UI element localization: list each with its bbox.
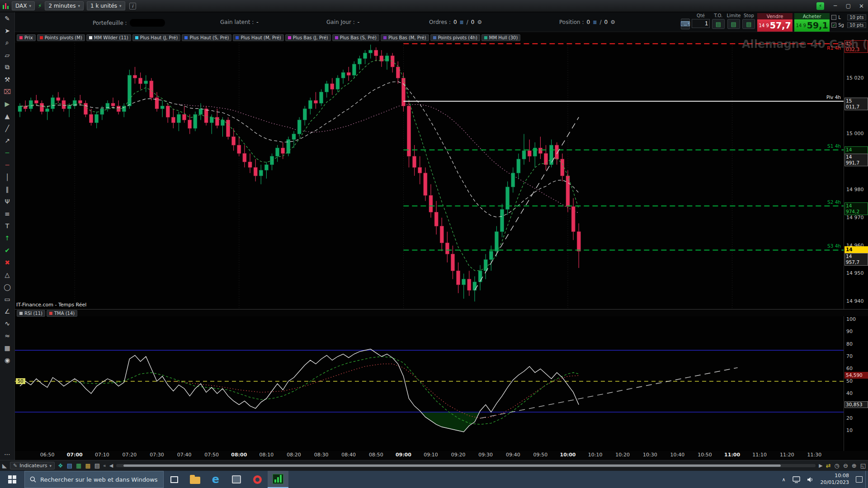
taskbar-app-opera[interactable] [247,471,268,488]
timeframe-selector[interactable]: 2 minutes▾ [45,1,84,10]
info-icon[interactable]: i [129,3,136,9]
legend-chip[interactable]: Plus Bas (J, Pré) [285,34,331,41]
legend-chip[interactable]: Points pivots (4h) [430,34,480,41]
instrument-selector[interactable]: DAX▾ [12,1,35,10]
vline-tool[interactable]: │ [0,171,15,183]
rsi-axis[interactable]: 100908070605040201054,59030,853 [844,316,868,451]
l-pts-value[interactable]: 10 pts [847,14,866,20]
volume-icon[interactable] [807,477,814,483]
network-icon[interactable] [793,476,800,483]
ellipse-tool[interactable]: ◯ [0,281,15,293]
auto-shift-icon[interactable]: ⇄ [826,462,831,469]
taskbar-clock[interactable]: 10:08 20/01/2023 [821,473,849,486]
taskbar-app-explorer[interactable] [184,471,205,488]
hline-red-tool[interactable]: ─ [0,159,15,171]
triangle-tool[interactable]: △ [0,268,15,281]
spray-tool[interactable]: ▲ [0,110,15,122]
alert-tool[interactable]: ▶ [0,98,15,110]
scroll-right-button[interactable]: ▶ [819,463,822,469]
chart-corner-icon[interactable]: ◣ [2,462,7,469]
print-icon[interactable]: ▤ [94,462,100,469]
table-green-icon[interactable]: ▦ [76,462,81,469]
show-desktop-button[interactable] [865,471,868,488]
channel-tool[interactable]: ∥ [0,183,15,195]
legend-chip[interactable]: Plus Bas (M, Pré) [381,34,429,41]
eraser-tool[interactable]: ▱ [0,49,15,61]
main-chart[interactable]: IT-Finance.com - Temps Réel R1 4hPiv 4hS… [15,43,844,309]
taskbar-app-trading[interactable] [268,471,288,488]
tray-expand-icon[interactable]: ∧ [782,477,786,483]
close-button[interactable]: ✕ [855,0,868,12]
curve-tool[interactable]: ∿ [0,317,15,329]
ray-tool[interactable]: ↗ [0,134,15,146]
maximize-button[interactable]: ▢ [842,0,855,12]
cursor-tool[interactable]: ➤ [0,24,15,37]
text-tool[interactable]: T [0,220,15,232]
legend-chip[interactable]: Plus Haut (J, Pré) [132,34,181,41]
acheter-button[interactable]: 14 9 59,1 [794,19,830,32]
l-checkbox[interactable] [831,15,836,20]
zoom-in-icon[interactable]: ⊕ [852,462,857,469]
legend-chip[interactable]: Plus Bas (S, Pré) [332,34,379,41]
orders-list-icon[interactable]: ≣ [460,19,464,25]
share-icon[interactable]: ❖ [58,462,63,469]
qty-input[interactable] [692,19,710,28]
orders-settings-icon[interactable]: ⚙ [477,19,482,25]
to-order-button[interactable]: ▤ [712,19,725,29]
price-axis[interactable]: 15 03015 02015 01015 00014 99014 98014 9… [844,43,868,309]
zoom-out-icon[interactable]: ⊖ [843,462,848,469]
scroll-left-button[interactable]: ◀ [109,463,113,469]
action-center-icon[interactable] [856,476,863,483]
more-tools[interactable]: ⋯ [0,448,15,460]
collapse-panel-icon[interactable]: « [103,463,106,469]
legend-chip[interactable]: Plus Haut (S, Pré) [182,34,231,41]
indicators-dropdown[interactable]: ✎ Indicateurs ▾ [10,462,55,469]
position-list-icon[interactable]: ≣ [593,19,597,25]
vendre-button[interactable]: 14 9 57,7 [757,19,793,32]
arrow-up-tool[interactable]: ↑ [0,232,15,244]
chart-scrollbar[interactable] [116,464,816,467]
angle-tool[interactable]: ∠ [0,305,15,317]
wave-tool[interactable]: ≈ [0,329,15,342]
taskbar-search[interactable]: Rechercher sur le web et dans Windows [24,471,164,488]
rect-tool[interactable]: ▭ [0,293,15,305]
cross-tool[interactable]: ✖ [0,256,15,268]
task-view-button[interactable] [164,471,184,488]
units-selector[interactable]: 1 k unités▾ [87,1,125,10]
hline-green-tool[interactable]: ─ [0,146,15,159]
legend-chip[interactable]: MM Hull (30) [481,34,521,41]
history-clock-icon[interactable]: ◷ [835,462,840,469]
fibonacci-tool[interactable]: ≡ [0,207,15,220]
grid-yellow-icon[interactable]: ▩ [85,462,90,469]
list-blue-icon[interactable]: ▤ [67,462,72,469]
legend-chip[interactable]: Points pivots (M) [37,34,85,41]
position-settings-icon[interactable]: ⚙ [610,19,615,25]
check-tool[interactable]: ✔ [0,244,15,256]
trendline-tool[interactable]: ╱ [0,122,15,134]
delete-tool[interactable]: ⌧ [0,85,15,98]
stop-order-button[interactable]: ▤ [742,19,755,29]
zoom-tool[interactable]: ⌕ [0,37,15,49]
sg-pts-value[interactable]: 10 pts [847,22,866,28]
legend-chip[interactable]: MM Wilder (11) [86,34,131,41]
keyboard-icon[interactable]: ⌨ [681,19,690,29]
taskbar-app-edge[interactable]: e [205,471,226,488]
copy-tool[interactable]: ⧉ [0,61,15,73]
legend-chip[interactable]: Prix [17,34,36,41]
sg-checkbox[interactable]: ✓ [831,23,836,28]
panel-separator[interactable] [0,309,868,310]
limit-order-button[interactable]: ▤ [727,19,740,29]
pattern-tool[interactable]: ▦ [0,342,15,354]
minimize-button[interactable]: ─ [829,0,842,12]
start-button[interactable] [0,471,24,488]
eye-tool[interactable]: ◉ [0,354,15,366]
pencil-tool[interactable]: ✎ [0,12,15,24]
taskbar-app-window[interactable] [226,471,247,488]
scrollbar-thumb[interactable] [123,465,781,467]
pitchfork-tool[interactable]: Ψ [0,195,15,207]
legend-chip[interactable]: Plus Haut (M, Pré) [233,34,283,41]
fullscreen-icon[interactable]: ◱ [860,462,866,469]
rsi-panel[interactable]: 50 [15,316,844,451]
settings-tools-icon[interactable]: ⚒ [0,73,15,85]
legend-chip[interactable]: RSI (11) [17,310,45,317]
